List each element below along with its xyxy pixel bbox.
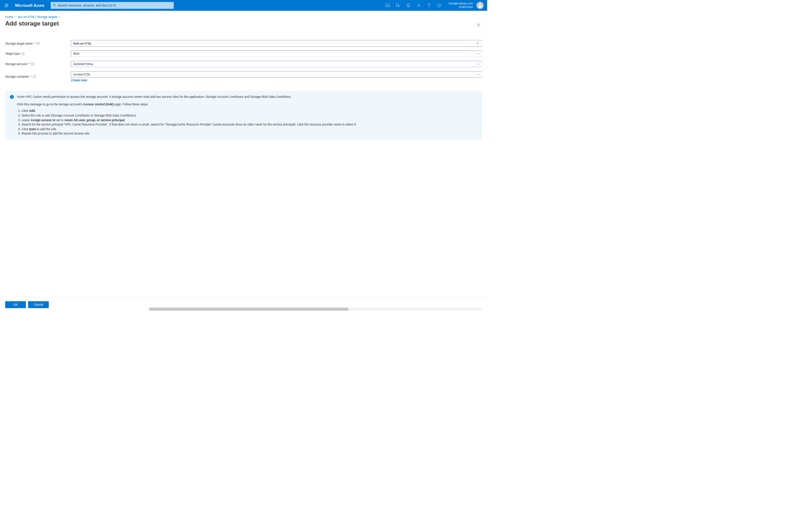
info-box-icon: i [10,95,14,99]
close-button[interactable] [476,23,481,28]
target-type-select[interactable]: Blob [71,50,482,57]
svg-line-1 [55,5,56,6]
svg-point-4 [418,5,419,6]
info-icon[interactable]: i [36,42,39,45]
svg-point-8 [440,5,440,5]
help-icon[interactable] [424,0,434,11]
breadcrumb-item[interactable]: doc-ns-0729 | Storage targets [18,15,58,19]
storage-account-select[interactable]: doctest0729sa [71,61,482,67]
required-marker: * [28,62,29,66]
label-storage-account: Storage account * i [5,62,71,66]
directory-filter-icon[interactable] [393,0,403,11]
storage-container-value: ns-test-0729 [73,73,90,76]
info-intro: Azure HPC Cache needs permission to acce… [17,95,357,99]
top-icon-bar [382,0,444,11]
page-title: Add storage target [5,20,482,27]
chevron-down-icon [477,62,480,66]
chevron-down-icon [477,52,480,56]
label-storage-target-name: Storage target name * i [5,42,71,45]
svg-rect-3 [396,4,398,6]
svg-point-7 [438,5,439,5]
account-block[interactable]: beth@contoso.com CONTOSO [444,2,475,9]
top-bar: Microsoft Azure beth@contoso.com CONTOSO [0,0,487,11]
search-icon [53,4,56,7]
breadcrumb-home[interactable]: Home [5,15,13,19]
brand-title[interactable]: Microsoft Azure [11,3,51,8]
storage-target-name-input[interactable]: ✓ [71,40,482,47]
breadcrumb: Home › doc-ns-0729 | Storage targets › [5,15,482,19]
cancel-button[interactable]: Cancel [28,301,49,308]
notifications-icon[interactable] [403,0,414,11]
svg-point-0 [53,4,55,6]
account-email: beth@contoso.com [449,2,473,5]
storage-target-name-field[interactable] [73,42,476,45]
search-box[interactable] [51,2,174,9]
scrollbar-horizontal[interactable] [149,308,482,311]
target-type-value: Blob [73,52,79,56]
info-box-body: Azure HPC Cache needs permission to acce… [17,95,357,136]
svg-point-5 [429,7,429,7]
chevron-right-icon: › [15,15,16,19]
feedback-icon[interactable] [434,0,444,11]
menu-icon[interactable] [2,1,11,10]
ok-button[interactable]: OK [5,301,26,308]
svg-point-9 [479,4,481,5]
storage-account-value: doctest0729sa [73,62,93,66]
scrollbar-thumb[interactable] [149,308,349,311]
chevron-right-icon: › [59,15,60,19]
content-area: Home › doc-ns-0729 | Storage targets › A… [0,11,487,297]
info-icon[interactable]: i [31,63,34,65]
search-input[interactable] [58,4,172,7]
required-marker: * [30,75,31,78]
check-icon: ✓ [476,41,480,45]
info-icon[interactable]: i [22,52,24,55]
info-link-line: Click this message to go to the storage … [17,102,357,107]
label-target-type: Target type i [5,52,71,56]
cloud-shell-icon[interactable] [382,0,393,11]
avatar[interactable] [476,2,484,9]
footer: OK Cancel [0,297,487,312]
svg-rect-2 [386,4,389,7]
account-tenant: CONTOSO [459,5,473,9]
chevron-down-icon [477,73,480,76]
info-icon[interactable]: i [33,75,36,78]
info-steps: Click Add. Select the role to add (Stora… [22,109,357,136]
required-marker: * [34,42,35,45]
info-box[interactable]: i Azure HPC Cache needs permission to ac… [5,91,482,140]
svg-point-6 [438,4,441,7]
settings-icon[interactable] [413,0,424,11]
label-storage-container: Storage container * i [5,75,71,78]
storage-container-select[interactable]: ns-test-0729 [71,71,482,78]
create-new-link[interactable]: Create new [71,78,482,82]
